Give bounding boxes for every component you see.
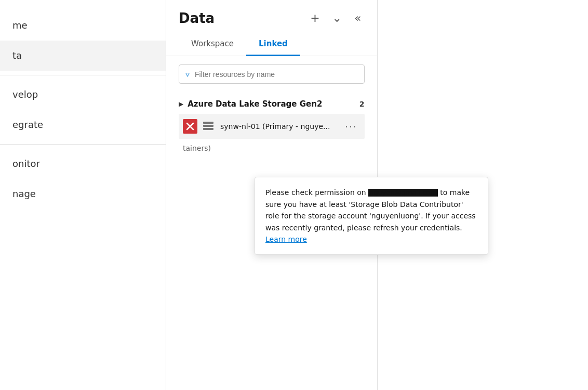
tooltip-message-1: Please check permission on <box>265 188 366 197</box>
sidebar-item-velop[interactable]: velop <box>0 80 166 110</box>
chevron-down-icon[interactable]: ⌄ <box>329 9 345 27</box>
resource-name: synw-nl-01 (Primary - nguye... <box>220 122 337 131</box>
expand-arrow-icon[interactable]: ▶ <box>179 100 183 108</box>
resource-section: ▶ Azure Data Lake Storage Gen2 2 <box>166 92 377 139</box>
add-icon[interactable]: + <box>307 9 323 27</box>
sidebar-item-egrate[interactable]: egrate <box>0 110 166 140</box>
svg-rect-3 <box>203 125 213 127</box>
resource-item[interactable]: synw-nl-01 (Primary - nguye... ··· <box>179 114 365 139</box>
sidebar-item-nage[interactable]: nage <box>0 179 166 209</box>
sidebar-divider-2 <box>0 144 166 145</box>
filter-input[interactable] <box>195 70 357 79</box>
filter-area: ▿ <box>166 56 377 92</box>
filter-icon: ▿ <box>185 69 190 79</box>
sidebar-item-me[interactable]: me <box>0 10 166 41</box>
data-panel: Data + ⌄ « Workspace Linked ▿ ▶ Azure Da… <box>166 0 378 390</box>
tab-linked[interactable]: Linked <box>246 33 300 56</box>
svg-rect-4 <box>203 128 213 130</box>
filter-input-wrapper: ▿ <box>179 64 365 84</box>
error-icon-inner <box>183 119 197 134</box>
storage-icon <box>203 120 215 133</box>
resource-section-title: Azure Data Lake Storage Gen2 <box>188 99 355 109</box>
tab-bar: Workspace Linked <box>166 33 377 56</box>
collapse-icon[interactable]: « <box>351 9 364 27</box>
tooltip-email: nguyen@gmail.com <box>368 189 438 197</box>
more-options-icon[interactable]: ··· <box>342 120 360 133</box>
tooltip-learn-more-link[interactable]: Learn more <box>265 235 307 243</box>
svg-rect-2 <box>203 122 213 124</box>
sidebar-divider-1 <box>0 75 166 75</box>
sidebar-item-onitor[interactable]: onitor <box>0 149 166 179</box>
error-icon <box>183 119 197 134</box>
sidebar: me ta velop egrate onitor nage <box>0 0 166 390</box>
context-text: tainers) <box>166 139 377 158</box>
panel-header: Data + ⌄ « <box>166 0 377 33</box>
panel-title: Data <box>179 10 301 26</box>
resource-count-badge: 2 <box>359 100 365 108</box>
tab-workspace[interactable]: Workspace <box>179 33 246 56</box>
resource-section-header: ▶ Azure Data Lake Storage Gen2 2 <box>179 92 365 114</box>
tooltip-popup: Please check permission on nguyen@gmail.… <box>255 177 488 255</box>
sidebar-item-ta[interactable]: ta <box>0 41 166 71</box>
